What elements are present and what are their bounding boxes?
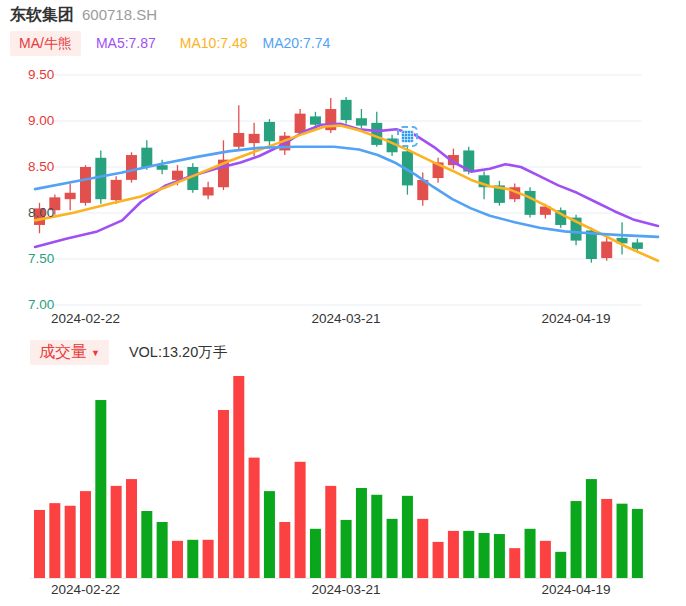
volume-bar[interactable]: [218, 410, 229, 578]
candle-body[interactable]: [601, 242, 612, 259]
candle-body[interactable]: [157, 165, 168, 170]
volume-bar[interactable]: [264, 491, 275, 578]
volume-bar[interactable]: [402, 496, 413, 578]
stock-chart-app: 东软集团600718.SH MA/牛熊 MA5:7.87 MA10:7.48 M…: [0, 0, 686, 606]
volume-bar[interactable]: [571, 501, 582, 578]
volume-date-label: 2024-04-19: [542, 582, 611, 597]
volume-bar[interactable]: [525, 529, 536, 578]
candle-body[interactable]: [65, 193, 76, 199]
price-tick-label: 9.00: [28, 113, 54, 129]
volume-bar[interactable]: [325, 486, 336, 578]
volume-bar[interactable]: [632, 509, 643, 578]
volume-bar[interactable]: [187, 540, 198, 578]
ma5-line: [35, 124, 658, 247]
volume-bar[interactable]: [233, 376, 244, 578]
price-date-label: 2024-02-22: [51, 311, 120, 326]
candle-body[interactable]: [525, 191, 536, 215]
candle-body[interactable]: [371, 123, 382, 145]
volume-header: 成交量▼ VOL:13.20万手: [30, 340, 227, 365]
volume-bar[interactable]: [126, 479, 137, 578]
ma10-line: [35, 126, 658, 261]
volume-date-label: 2024-03-21: [312, 582, 381, 597]
volume-bar[interactable]: [310, 529, 321, 578]
volume-bar[interactable]: [172, 541, 183, 578]
volume-bar[interactable]: [141, 511, 152, 578]
volume-bar[interactable]: [433, 542, 444, 578]
candle-body[interactable]: [141, 148, 152, 167]
candle-body[interactable]: [111, 180, 122, 200]
volume-bar[interactable]: [249, 458, 260, 578]
volume-bar[interactable]: [586, 479, 597, 578]
candle-body[interactable]: [203, 187, 214, 195]
volume-bar[interactable]: [371, 495, 382, 578]
price-tick-label: 9.50: [28, 67, 54, 83]
candle-body[interactable]: [249, 134, 260, 143]
price-date-label: 2024-04-19: [542, 311, 611, 326]
bear-badge-icon: [401, 130, 414, 143]
volume-bar[interactable]: [387, 519, 398, 578]
chevron-down-icon: ▼: [91, 348, 100, 358]
candle-body[interactable]: [356, 118, 367, 125]
volume-bar[interactable]: [540, 541, 551, 578]
volume-bar[interactable]: [157, 522, 168, 578]
candle-body[interactable]: [126, 155, 137, 180]
price-tick-label: 7.50: [28, 251, 54, 267]
volume-bar[interactable]: [494, 534, 505, 578]
candle-body[interactable]: [632, 242, 643, 248]
volume-bar[interactable]: [555, 552, 566, 578]
volume-indicator-selector[interactable]: 成交量▼: [30, 340, 109, 365]
volume-bar[interactable]: [65, 506, 76, 578]
volume-bar[interactable]: [356, 488, 367, 578]
volume-bar[interactable]: [295, 462, 306, 578]
volume-bar[interactable]: [279, 522, 290, 578]
volume-bar[interactable]: [34, 510, 45, 578]
volume-bar[interactable]: [479, 533, 490, 578]
candle-body[interactable]: [295, 114, 306, 133]
bear-annotation-marker[interactable]: [397, 126, 418, 147]
candle-body[interactable]: [341, 100, 352, 120]
volume-bar[interactable]: [463, 531, 474, 578]
candle-body[interactable]: [80, 167, 91, 203]
volume-date-axis: 2024-02-222024-03-212024-04-19: [0, 582, 686, 600]
price-date-label: 2024-03-21: [312, 311, 381, 326]
candle-body[interactable]: [264, 122, 275, 141]
volume-bar[interactable]: [95, 400, 106, 578]
volume-bar[interactable]: [509, 548, 520, 578]
volume-bar[interactable]: [417, 519, 428, 578]
volume-bar[interactable]: [80, 491, 91, 578]
volume-bar[interactable]: [49, 503, 60, 578]
volume-badge-label: 成交量: [39, 343, 87, 360]
volume-bar[interactable]: [341, 520, 352, 578]
volume-bar[interactable]: [601, 499, 612, 578]
volume-date-label: 2024-02-22: [51, 582, 120, 597]
candle-body[interactable]: [310, 116, 321, 124]
price-tick-label: 8.00: [28, 205, 54, 221]
price-tick-label: 8.50: [28, 159, 54, 175]
candle-body[interactable]: [233, 133, 244, 147]
volume-readout: VOL:13.20万手: [129, 343, 227, 362]
volume-bar[interactable]: [111, 486, 122, 578]
volume-bar[interactable]: [617, 504, 628, 578]
volume-bar[interactable]: [448, 531, 459, 578]
price-date-axis: 2024-02-222024-03-212024-04-19: [0, 311, 686, 329]
chart-canvas[interactable]: [0, 0, 686, 606]
volume-bar[interactable]: [203, 540, 214, 578]
